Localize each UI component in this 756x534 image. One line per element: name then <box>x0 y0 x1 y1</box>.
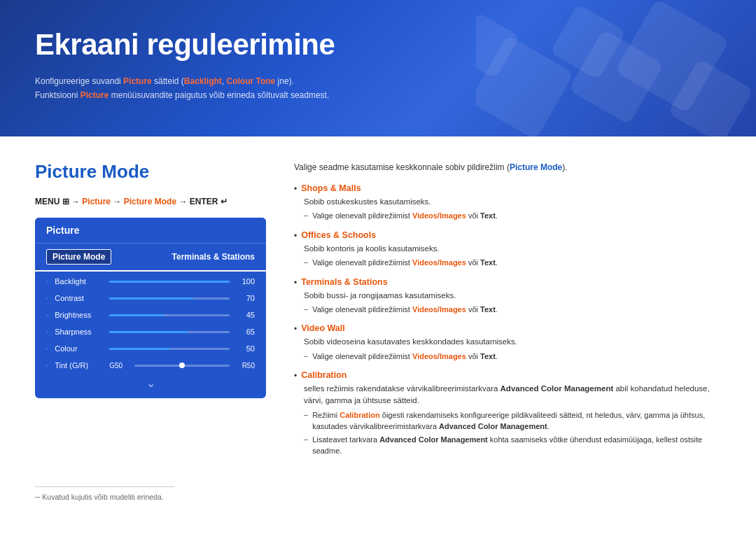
tint-thumb <box>179 363 185 368</box>
slider-row-sharpness: · Sharpness 65 <box>35 323 266 340</box>
sub-bullet: – Valige olenevalt pildirežiimist Videos… <box>294 210 721 222</box>
footer-divider-area: Kuvatud kujutis võib mudeliti erineda. <box>0 486 756 501</box>
bullet-dot: • <box>294 278 297 288</box>
slider-fill <box>109 331 188 333</box>
bullet-desc: Sobib bussi- ja rongijaamas kasutamiseks… <box>294 290 721 302</box>
slider-value: 100 <box>235 277 255 286</box>
bullet-desc: Sobib videoseina kasutavates keskkondade… <box>294 336 721 348</box>
slider-fill <box>109 297 193 300</box>
slider-row-colour: · Colour 50 <box>35 340 266 357</box>
bullet-dot: • <box>294 371 297 381</box>
intro-text: Valige seadme kasutamise keskkonnale sob… <box>294 161 721 174</box>
slider-value: 65 <box>235 328 255 336</box>
slider-fill <box>109 314 163 316</box>
sub-bullet: – Valige olenevalt pildirežiimist Videos… <box>294 351 721 363</box>
slider-row-contrast: · Contrast 70 <box>35 290 266 307</box>
header-decorative-shapes <box>476 0 756 136</box>
picture-mode-label: Picture Mode <box>46 249 111 265</box>
sub-text: Lisateavet tarkvara Advanced Color Manag… <box>312 434 721 457</box>
slider-track[interactable] <box>109 314 230 316</box>
chevron-down-icon: ⌄ <box>35 374 266 390</box>
bullet-item-2: • Terminals & Stations Sobib bussi- ja r… <box>294 277 721 316</box>
slider-label: Contrast <box>55 294 104 302</box>
bullet-header: • Offices & Schools <box>294 230 721 241</box>
slider-value: 70 <box>235 294 255 302</box>
right-column: Valige seadme kasutamise keskkonnale sob… <box>294 161 721 465</box>
bullet-title: Offices & Schools <box>301 230 376 240</box>
menu-path: MENU ⊞ → Picture → Picture Mode → ENTER … <box>35 197 266 206</box>
slider-track[interactable] <box>109 297 230 300</box>
sub-bullet: – Valige olenevalt pildirežiimist Videos… <box>294 304 721 316</box>
header-section: Ekraani reguleerimine Konfigureerige suv… <box>0 0 756 136</box>
bullet-item-3: • Video Wall Sobib videoseina kasutavate… <box>294 323 721 362</box>
slider-fill <box>109 348 169 350</box>
bullet-item-1: • Offices & Schools Sobib kontoris ja ko… <box>294 230 721 269</box>
bullet-desc: selles režiimis rakendatakse värvikalibr… <box>294 383 721 407</box>
bullet-title: Terminals & Stations <box>301 277 387 287</box>
tint-g50: G50 <box>109 362 129 370</box>
bullet-dot: • <box>294 324 297 334</box>
sub-bullet: – Valige olenevalt pildirežiimist Videos… <box>294 257 721 269</box>
left-column: Picture Mode MENU ⊞ → Picture → Picture … <box>35 161 266 465</box>
sub-text: Valige olenevalt pildirežiimist Videos/I… <box>312 304 498 316</box>
bullet-item-4: • Calibration selles režiimis rakendatak… <box>294 370 721 457</box>
tint-r50: R50 <box>235 362 255 370</box>
slider-label: Backlight <box>55 277 104 286</box>
sub-bullet: – Režiimi Calibration õigesti rakendamis… <box>294 409 721 433</box>
bullet-item-0: • Shops & Malls Sobib ostukeskustes kasu… <box>294 183 721 222</box>
sub-text: Valige olenevalt pildirežiimist Videos/I… <box>312 257 498 269</box>
slider-track[interactable] <box>109 281 230 283</box>
slider-value: 45 <box>235 311 255 319</box>
bullet-header: • Video Wall <box>294 323 721 334</box>
bullet-list: • Shops & Malls Sobib ostukeskustes kasu… <box>294 183 721 457</box>
bullet-dot: • <box>294 184 297 194</box>
bullet-desc: Sobib kontoris ja koolis kasutamiseks. <box>294 243 721 255</box>
slider-value: 50 <box>235 344 255 353</box>
header-desc-line2: Funktsiooni Picture menüüsuvandite paigu… <box>35 90 329 100</box>
slider-track[interactable] <box>109 348 230 350</box>
section-title: Picture Mode <box>35 161 266 183</box>
bullet-desc: Sobib ostukeskustes kasutamiseks. <box>294 196 721 208</box>
footer-note: Kuvatud kujutis võib mudeliti erineda. <box>35 493 721 501</box>
sliders-container: · Backlight 100 · Contrast 70 · Brightne… <box>35 273 266 357</box>
slider-row-brightness: · Brightness 45 <box>35 307 266 323</box>
bullet-title: Calibration <box>301 370 346 380</box>
bullet-dot: • <box>294 231 297 241</box>
sub-bullet: – Lisateavet tarkvara Advanced Color Man… <box>294 434 721 457</box>
bullet-header: • Terminals & Stations <box>294 277 721 288</box>
tint-row: · Tint (G/R) G50 R50 <box>35 357 266 374</box>
header-desc-line1: Konfigureerige suvandi Picture sätteid (… <box>35 76 294 86</box>
slider-row-backlight: · Backlight 100 <box>35 273 266 290</box>
bullet-header: • Calibration <box>294 370 721 381</box>
sub-text: Valige olenevalt pildirežiimist Videos/I… <box>312 210 498 222</box>
bullet-header: • Shops & Malls <box>294 183 721 194</box>
sub-text: Valige olenevalt pildirežiimist Videos/I… <box>312 351 498 363</box>
slider-label: Colour <box>55 344 104 353</box>
main-content: Picture Mode MENU ⊞ → Picture → Picture … <box>0 136 756 486</box>
bullet-title: Shops & Malls <box>301 183 360 193</box>
picture-mode-value: Terminals & Stations <box>172 252 255 262</box>
tint-track[interactable] <box>134 365 230 367</box>
sub-text: Režiimi Calibration õigesti rakendamisek… <box>312 409 721 433</box>
picture-ui-box: Picture Picture Mode Terminals & Station… <box>35 218 266 398</box>
slider-label: Brightness <box>55 311 104 319</box>
picture-mode-row: Picture Mode Terminals & Stations <box>35 244 266 272</box>
slider-track[interactable] <box>109 331 230 333</box>
bullet-title: Video Wall <box>301 323 345 333</box>
tint-label: Tint (G/R) <box>55 361 104 370</box>
slider-label: Sharpness <box>55 328 104 336</box>
slider-fill <box>109 281 230 283</box>
picture-box-header: Picture <box>35 218 266 244</box>
